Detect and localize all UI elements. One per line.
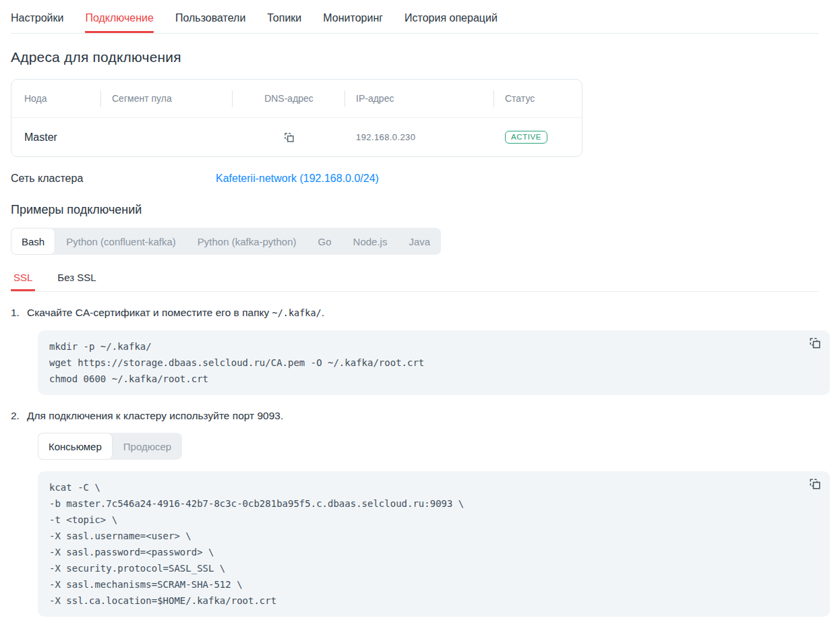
tab-monitoring[interactable]: Мониторинг (323, 0, 383, 33)
role-tab-producer[interactable]: Продюсер (113, 433, 182, 460)
table-header-row: Нода Сегмент пула DNS-адрес IP-адрес Ста… (11, 80, 582, 118)
status-badge: ACTIVE (505, 131, 547, 144)
tab-connection[interactable]: Подключение (85, 0, 153, 33)
examples-title: Примеры подключений (11, 203, 819, 217)
consumer-code-block: kcat -C \ -b master.7c546a24-4916-42b7-8… (38, 471, 830, 617)
tab-users[interactable]: Пользователи (175, 0, 245, 33)
lang-tab-python-kafka[interactable]: Python (kafka-python) (187, 228, 307, 255)
col-header-status: Статус (494, 80, 582, 117)
col-header-node: Нода (11, 80, 101, 117)
node-name-cell: Master (11, 118, 101, 156)
copy-dns-button[interactable] (284, 132, 295, 143)
cluster-network-row: Сеть кластера Kafeterii-network (192.168… (11, 173, 819, 185)
step-2: 2. Для подключения к кластеру используйт… (11, 410, 819, 422)
copy-certificate-code-button[interactable] (809, 337, 821, 349)
addresses-title: Адреса для подключения (11, 49, 819, 65)
col-header-dns-address: DNS-адрес (233, 80, 345, 117)
certificate-commands: mkdir -p ~/.kafka/ wget https://storage.… (49, 338, 800, 387)
language-segmented-control: Bash Python (confluent-kafka) Python (ka… (11, 228, 441, 255)
tab-settings[interactable]: Настройки (11, 0, 63, 33)
pool-segment-cell (101, 118, 233, 156)
ip-address-cell: 192.168.0.230 (345, 118, 494, 156)
table-row: Master 192.168.0.230 ACTIVE (11, 118, 582, 156)
col-header-pool-segment: Сегмент пула (101, 80, 233, 117)
kafka-path-code: ~/.kafka/ (272, 307, 322, 318)
certificate-code-block: mkdir -p ~/.kafka/ wget https://storage.… (38, 330, 830, 395)
step-1-text: Скачайте CA-сертификат и поместите его в… (27, 307, 324, 319)
consumer-command: kcat -C \ -b master.7c546a24-4916-42b7-8… (49, 479, 800, 609)
dns-address-cell (233, 118, 345, 156)
role-tab-consumer[interactable]: Консьюмер (38, 433, 113, 460)
lang-tab-java[interactable]: Java (398, 228, 441, 255)
step-2-number: 2. (11, 410, 27, 422)
tab-operation-history[interactable]: История операций (404, 0, 498, 33)
section-tabs: Настройки Подключение Пользователи Топик… (11, 0, 819, 34)
step-1: 1. Скачайте CA-сертификат и поместите ег… (11, 307, 819, 319)
tab-topics[interactable]: Топики (267, 0, 301, 33)
col-header-ip-address: IP-адрес (345, 80, 494, 117)
cluster-network-link[interactable]: Kafeterii-network (192.168.0.0/24) (216, 173, 379, 185)
step-1-number: 1. (11, 307, 27, 319)
connection-page: Настройки Подключение Пользователи Топик… (11, 0, 819, 617)
node-name: Master (24, 131, 57, 144)
cluster-network-label: Сеть кластера (11, 173, 216, 185)
lang-tab-nodejs[interactable]: Node.js (342, 228, 398, 255)
role-segmented-control: Консьюмер Продюсер (38, 433, 182, 460)
copy-consumer-code-button[interactable] (809, 478, 821, 490)
addresses-table: Нода Сегмент пула DNS-адрес IP-адрес Ста… (11, 79, 582, 157)
copy-icon (284, 132, 295, 143)
tab-ssl[interactable]: SSL (11, 272, 35, 291)
lang-tab-python-confluent[interactable]: Python (confluent-kafka) (55, 228, 187, 255)
step-2-text: Для подключения к кластеру используйте п… (27, 410, 283, 422)
copy-icon (809, 478, 821, 490)
lang-tab-go[interactable]: Go (307, 228, 342, 255)
ip-address: 192.168.0.230 (356, 132, 415, 142)
tab-no-ssl[interactable]: Без SSL (55, 272, 98, 291)
lang-tab-bash[interactable]: Bash (11, 228, 55, 255)
copy-icon (809, 337, 821, 349)
status-cell: ACTIVE (494, 118, 582, 156)
ssl-tabs: SSL Без SSL (11, 272, 819, 292)
